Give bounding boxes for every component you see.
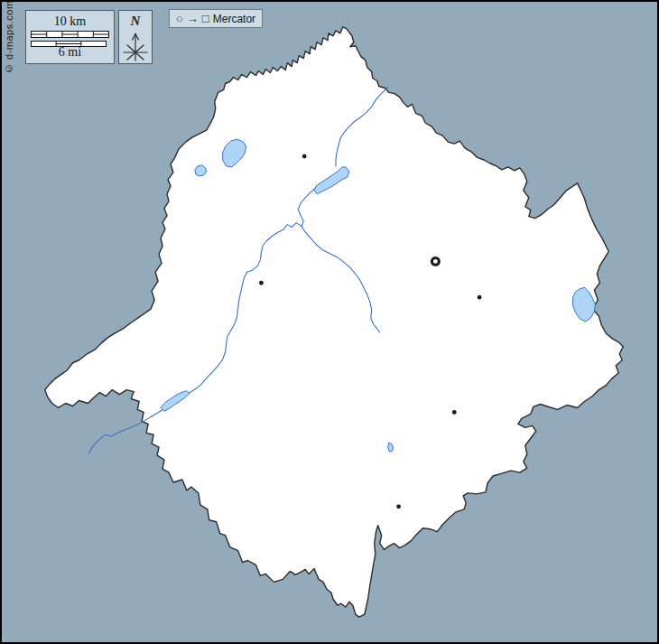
city-dot xyxy=(259,281,264,285)
north-arrow-panel: N xyxy=(118,10,153,64)
lake-northwest-small xyxy=(195,165,207,176)
copyright-credit: © d-maps.com xyxy=(4,9,14,74)
scale-km-label: 10 km xyxy=(26,15,114,28)
map-page: © d-maps.com 10 km 6 mi N ○ → □ Mercator xyxy=(0,0,659,644)
scale-mi-label: 6 mi xyxy=(26,46,114,59)
map-canvas xyxy=(2,2,657,642)
city-dot xyxy=(478,295,482,300)
capital-marker xyxy=(432,257,439,265)
projection-panel: ○ → □ Mercator xyxy=(169,9,263,28)
city-dot xyxy=(302,154,307,159)
projection-label: Mercator xyxy=(213,14,255,24)
north-arrow-icon xyxy=(121,31,150,63)
square-icon: □ xyxy=(202,13,209,24)
city-dot xyxy=(396,504,401,509)
north-label: N xyxy=(119,14,152,29)
region-outline xyxy=(45,27,623,617)
scale-bar-panel: 10 km 6 mi xyxy=(25,10,115,64)
arrow-right-icon: → xyxy=(187,13,199,24)
circle-icon: ○ xyxy=(176,13,183,24)
city-dot xyxy=(452,410,457,415)
